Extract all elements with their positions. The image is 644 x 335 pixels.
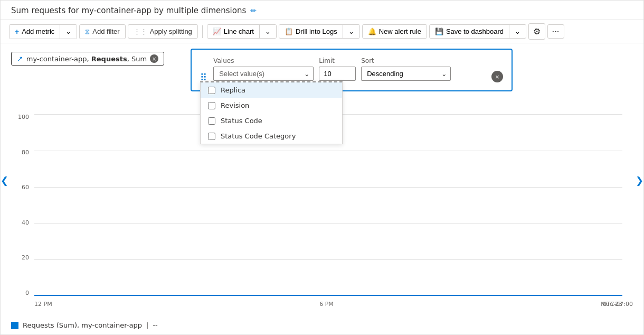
chart-legend: Requests (Sum), my-container-app | -- xyxy=(1,317,643,334)
y-label: 60 xyxy=(22,184,29,190)
plus-icon: + xyxy=(15,27,19,36)
save-dashboard-dropdown[interactable]: ⌄ xyxy=(509,25,526,38)
page-wrapper: Sum requests for my-container-app by mul… xyxy=(0,0,644,335)
dropdown-item-label-replica: Replica xyxy=(221,86,245,94)
values-select[interactable]: Select value(s) xyxy=(213,67,314,81)
apply-splitting-label: Apply splitting xyxy=(150,27,192,35)
dropdown-item-status-code-category[interactable]: Status Code Category xyxy=(201,128,342,144)
split-icon: ⋮⋮ xyxy=(134,27,147,35)
limit-field-group: Limit xyxy=(319,57,356,81)
chevron-down-icon: ⌄ xyxy=(65,27,71,35)
title-bar: Sum requests for my-container-app by mul… xyxy=(1,1,643,20)
legend-label: Requests (Sum), my-container-app xyxy=(23,321,142,329)
grid-line xyxy=(34,187,622,188)
drill-logs-button[interactable]: 📋 Drill into Logs xyxy=(279,25,343,38)
x-label: 6 PM xyxy=(319,301,334,308)
values-label: Values xyxy=(213,57,314,64)
splitting-row: ⠿ Values Select value(s) ⌄ xyxy=(200,57,503,83)
edit-icon[interactable]: ✏️ xyxy=(250,6,257,15)
chart-x-labels: 12 PM6 PMMon 23 xyxy=(34,301,622,308)
alert-rule-group: 🔔 New alert rule xyxy=(362,24,427,39)
more-options-button[interactable]: ··· xyxy=(547,24,564,39)
limit-label: Limit xyxy=(319,57,356,64)
drill-logs-group: 📋 Drill into Logs ⌄ xyxy=(279,24,360,39)
metric-chip: ↗ my-container-app, Requests, Sum × xyxy=(11,52,164,66)
chart-nav-right[interactable]: ❯ xyxy=(636,175,643,186)
linechart-icon: 📈 xyxy=(213,27,221,35)
sort-label: Sort xyxy=(361,57,451,64)
values-select-wrapper: Select value(s) ⌄ xyxy=(213,67,314,81)
apply-splitting-button[interactable]: ⋮⋮ Apply splitting xyxy=(128,24,198,39)
add-metric-button[interactable]: + Add metric xyxy=(10,25,60,39)
settings-button[interactable]: ⚙ xyxy=(528,23,545,40)
add-metric-dropdown[interactable]: ⌄ xyxy=(60,25,77,39)
new-alert-rule-button[interactable]: 🔔 New alert rule xyxy=(363,25,427,38)
legend-swatch xyxy=(11,322,18,329)
checkbox-status-code[interactable] xyxy=(208,117,215,125)
chart-y-labels: 100806040200 xyxy=(11,114,32,296)
dropdown-item-status-code[interactable]: Status Code xyxy=(201,113,342,128)
legend-value: -- xyxy=(153,321,157,329)
dropdown-item-replica[interactable]: Replica xyxy=(201,82,342,98)
metric-icon: ↗ xyxy=(17,54,23,63)
y-label: 100 xyxy=(18,114,29,120)
y-label: 80 xyxy=(22,150,29,155)
sort-select-wrapper: Descending Ascending ⌄ xyxy=(361,67,451,81)
grid-line xyxy=(34,259,622,260)
save-icon: 💾 xyxy=(435,27,443,35)
chart-baseline xyxy=(34,295,622,296)
dropdown-item-label-status-code: Status Code xyxy=(221,117,262,125)
limit-input[interactable] xyxy=(319,67,356,81)
dropdown-list: ReplicaRevisionStatus CodeStatus Code Ca… xyxy=(200,81,343,144)
x-label: 12 PM xyxy=(34,301,52,308)
chart-nav-left[interactable]: ❮ xyxy=(1,175,8,186)
chevron-down-icon: ⌄ xyxy=(348,27,354,35)
dropdown-item-label-status-code-category: Status Code Category xyxy=(221,132,296,140)
y-label: 0 xyxy=(25,290,29,296)
close-panel-button[interactable]: × xyxy=(491,71,503,82)
new-alert-rule-label: New alert rule xyxy=(379,27,421,35)
separator-1 xyxy=(202,25,203,38)
dropdown-item-revision[interactable]: Revision xyxy=(201,98,342,113)
line-chart-button[interactable]: 📈 Line chart xyxy=(207,25,259,38)
grid-line xyxy=(34,223,622,224)
drill-icon: 📋 xyxy=(285,27,293,35)
gear-icon: ⚙ xyxy=(533,26,541,36)
add-filter-button[interactable]: ⧖ Add filter xyxy=(79,24,125,39)
save-dashboard-button[interactable]: 💾 Save to dashboard xyxy=(430,25,509,38)
splitting-fields: Values Select value(s) ⌄ Limit xyxy=(213,57,485,81)
grid-line xyxy=(34,151,622,151)
y-label: 40 xyxy=(22,220,29,226)
save-dashboard-group: 💾 Save to dashboard ⌄ xyxy=(429,24,526,39)
line-chart-label: Line chart xyxy=(224,27,254,35)
more-icon: ··· xyxy=(552,27,560,35)
add-metric-label: Add metric xyxy=(22,27,54,35)
utc-label: UTC-07:00 xyxy=(603,301,633,308)
drill-logs-label: Drill into Logs xyxy=(296,27,337,35)
y-label: 20 xyxy=(22,255,29,260)
add-filter-label: Add filter xyxy=(92,27,119,35)
chevron-down-icon: ⌄ xyxy=(515,27,520,35)
checkbox-replica[interactable] xyxy=(208,87,215,94)
toolbar: + Add metric ⌄ ⧖ Add filter ⋮⋮ Apply spl… xyxy=(1,20,643,43)
alert-icon: 🔔 xyxy=(368,27,376,35)
filter-icon: ⧖ xyxy=(85,27,90,36)
main-content: ↗ my-container-app, Requests, Sum × ⠿ Va… xyxy=(1,43,643,317)
legend-separator: | xyxy=(146,321,148,329)
checkbox-revision[interactable] xyxy=(208,102,215,109)
page-title: Sum requests for my-container-app by mul… xyxy=(11,6,246,15)
dropdown-item-label-revision: Revision xyxy=(221,101,249,109)
drill-logs-dropdown[interactable]: ⌄ xyxy=(343,25,359,38)
checkbox-status-code-category[interactable] xyxy=(208,133,215,140)
line-chart-group: 📈 Line chart ⌄ xyxy=(207,24,277,39)
sort-field-group: Sort Descending Ascending ⌄ xyxy=(361,57,451,81)
add-metric-group: + Add metric ⌄ xyxy=(9,24,77,39)
line-chart-dropdown[interactable]: ⌄ xyxy=(260,25,276,38)
values-field-group: Values Select value(s) ⌄ xyxy=(213,57,314,81)
chevron-down-icon: ⌄ xyxy=(265,27,271,35)
metric-chip-label: my-container-app, Requests, Sum xyxy=(26,55,147,63)
save-dashboard-label: Save to dashboard xyxy=(446,27,504,35)
sort-select[interactable]: Descending Ascending xyxy=(361,67,451,81)
metric-close-button[interactable]: × xyxy=(150,54,158,63)
